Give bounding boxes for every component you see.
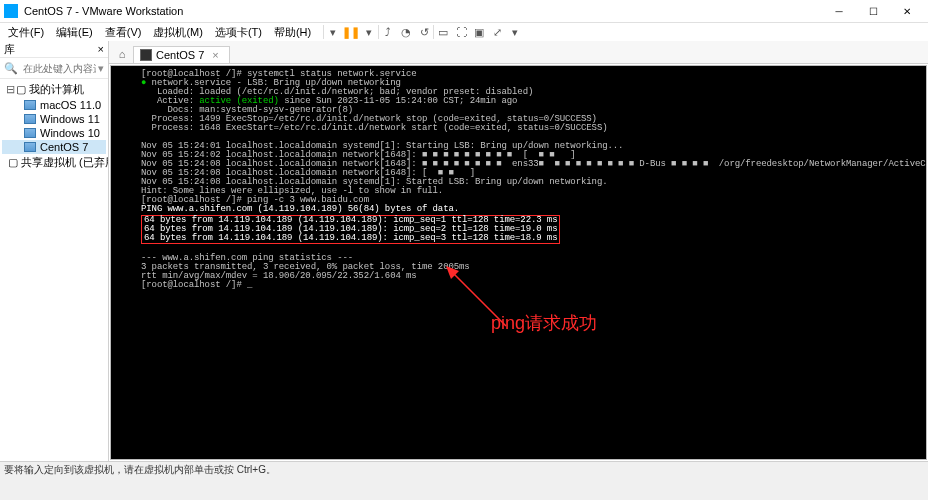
menubar: 文件(F) 编辑(E) 查看(V) 虚拟机(M) 选项卡(T) 帮助(H) ▾ … — [0, 23, 928, 41]
vmware-icon — [4, 4, 18, 18]
menu-help[interactable]: 帮助(H) — [268, 25, 317, 40]
vm-icon — [24, 142, 36, 152]
maximize-button[interactable]: ☐ — [856, 1, 890, 21]
sidebar-title: 库 — [4, 42, 15, 57]
menu-vm[interactable]: 虚拟机(M) — [147, 25, 209, 40]
tab-centos[interactable]: CentOS 7 × — [133, 46, 230, 63]
snapshot-icon[interactable]: ◔ — [397, 23, 415, 41]
search-input[interactable] — [21, 60, 98, 76]
sidebar: 库 × 🔍 ▾ ⊟▢我的计算机 macOS 11.0 Windows 11 Wi… — [0, 41, 109, 461]
toolbar-menu-icon[interactable]: ▾ — [506, 23, 524, 41]
vm-icon — [24, 100, 36, 110]
tree-item[interactable]: Windows 10 — [2, 126, 106, 140]
power-menu-icon[interactable]: ▾ — [360, 23, 378, 41]
home-tab-icon[interactable]: ⌂ — [113, 45, 131, 63]
shared-icon: ▢ — [8, 156, 18, 169]
main-area: ⌂ CentOS 7 × [root@localhost /]# systemc… — [109, 41, 928, 461]
annotation-text: ping请求成功 — [491, 311, 597, 335]
tab-close-icon[interactable]: × — [212, 49, 218, 61]
vm-tree: ⊟▢我的计算机 macOS 11.0 Windows 11 Windows 10… — [0, 79, 108, 461]
tree-item[interactable]: macOS 11.0 — [2, 98, 106, 112]
status-bar: 要将输入定向到该虚拟机，请在虚拟机内部单击或按 Ctrl+G。 — [0, 461, 928, 478]
tree-root[interactable]: ⊟▢我的计算机 — [2, 81, 106, 98]
menu-view[interactable]: 查看(V) — [99, 25, 148, 40]
vm-icon — [24, 114, 36, 124]
menu-tabs[interactable]: 选项卡(T) — [209, 25, 268, 40]
tab-row: ⌂ CentOS 7 × — [109, 41, 928, 64]
terminal[interactable]: [root@localhost /]# systemctl status net… — [111, 66, 926, 459]
fullscreen-icon[interactable]: ⛶ — [452, 23, 470, 41]
unity-icon[interactable]: ▭ — [434, 23, 452, 41]
status-text: 要将输入定向到该虚拟机，请在虚拟机内部单击或按 Ctrl+G。 — [4, 463, 276, 477]
menu-edit[interactable]: 编辑(E) — [50, 25, 99, 40]
revert-icon[interactable]: ↺ — [415, 23, 433, 41]
minimize-button[interactable]: ─ — [822, 1, 856, 21]
vm-tab-icon — [140, 49, 152, 61]
pause-icon[interactable]: ❚❚ — [342, 23, 360, 41]
stretch-icon[interactable]: ⤢ — [488, 23, 506, 41]
tree-shared[interactable]: ▢共享虚拟机 (已弃用) — [2, 154, 106, 171]
tree-item-selected[interactable]: CentOS 7 — [2, 140, 106, 154]
send-button-icon[interactable]: ⤴ — [379, 23, 397, 41]
titlebar: CentOS 7 - VMware Workstation ─ ☐ ✕ — [0, 0, 928, 23]
sidebar-header: 库 × — [0, 41, 108, 58]
menu-file[interactable]: 文件(F) — [2, 25, 50, 40]
tree-item[interactable]: Windows 11 — [2, 112, 106, 126]
power-dropdown-icon[interactable]: ▾ — [324, 23, 342, 41]
window-controls: ─ ☐ ✕ — [822, 1, 924, 21]
search-icon: 🔍 — [4, 62, 18, 75]
close-button[interactable]: ✕ — [890, 1, 924, 21]
sidebar-close-icon[interactable]: × — [98, 43, 104, 55]
folder-icon: ▢ — [16, 83, 26, 96]
tab-label: CentOS 7 — [156, 49, 204, 61]
vm-icon — [24, 128, 36, 138]
console-icon[interactable]: ▣ — [470, 23, 488, 41]
sidebar-search: 🔍 ▾ — [0, 58, 108, 79]
window-title: CentOS 7 - VMware Workstation — [24, 5, 822, 17]
search-dropdown-icon[interactable]: ▾ — [98, 62, 104, 75]
